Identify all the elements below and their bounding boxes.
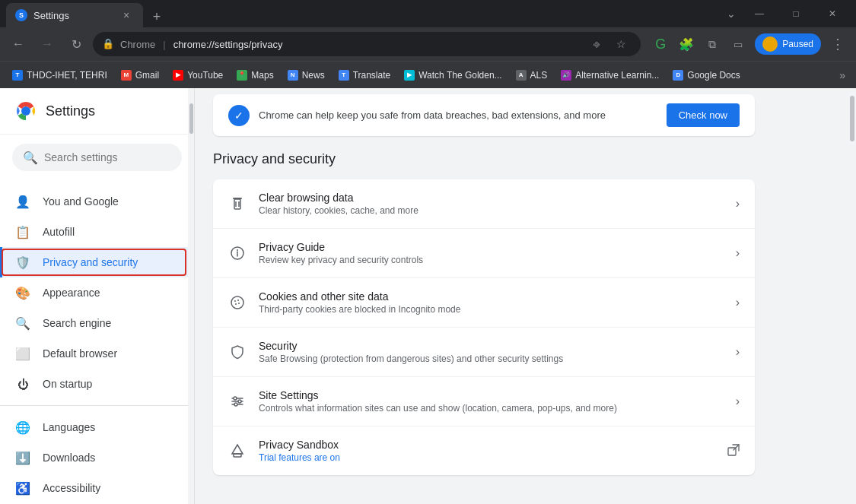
bookmark-maps[interactable]: 📍 Maps	[231, 67, 279, 84]
share-icon[interactable]: ⎆	[586, 33, 607, 55]
content-area: ✓ Chrome can help keep you safe from dat…	[195, 88, 856, 504]
address-right-icons: ⎆ ☆	[586, 33, 632, 55]
sidebar-downloads-label: Downloads	[43, 452, 95, 464]
sidebar-item-default-browser[interactable]: ⬜ Default browser	[0, 338, 194, 369]
settings-row-clear-browsing[interactable]: Clear browsing data Clear history, cooki…	[213, 179, 755, 229]
bookmark-translate[interactable]: T Translate	[333, 67, 397, 84]
more-options-button[interactable]: ⋮	[826, 32, 850, 56]
close-button[interactable]: ✕	[815, 0, 850, 27]
bookmark-thdc[interactable]: T THDC-IHET, TEHRI	[6, 67, 113, 84]
bookmark-als[interactable]: A ALS	[510, 67, 554, 84]
sidebar-item-you-google[interactable]: 👤 You and Google	[0, 186, 194, 217]
site-settings-text: Site Settings Controls what information …	[259, 389, 724, 414]
bookmark-alt-learning-favicon: 🔊	[561, 70, 571, 81]
svg-point-19	[234, 403, 237, 406]
tab-list-icon[interactable]: ⌄	[727, 8, 736, 20]
bookmark-maps-label: Maps	[251, 70, 273, 81]
sidebar-scrollbar[interactable]	[188, 88, 194, 504]
new-tab-button[interactable]: +	[146, 6, 167, 27]
sidebar-item-on-startup[interactable]: ⏻ On startup	[0, 369, 194, 399]
bookmark-alt-learning[interactable]: 🔊 Alternative Learnin...	[555, 67, 665, 84]
privacy-sandbox-external-icon	[727, 444, 740, 458]
cookies-subtitle: Third-party cookies are blocked in Incog…	[259, 304, 724, 315]
minimize-button[interactable]: —	[742, 0, 777, 27]
bookmark-thdc-label: THDC-IHET, TEHRI	[27, 70, 107, 81]
search-input[interactable]	[44, 151, 177, 163]
bookmark-thdc-favicon: T	[12, 70, 23, 81]
search-engine-icon: 🔍	[15, 315, 30, 331]
tab-title: Settings	[33, 10, 113, 21]
settings-tab[interactable]: S Settings ×	[6, 3, 143, 27]
sidebar-item-privacy-security[interactable]: 🛡️ Privacy and security	[0, 247, 194, 277]
nav-divider-1	[0, 405, 194, 406]
sidebar-on-startup-label: On startup	[43, 378, 92, 390]
bookmark-news[interactable]: N News	[282, 67, 331, 84]
section-title: Privacy and security	[213, 145, 755, 167]
security-title: Security	[259, 340, 724, 352]
sidebar-item-autofill[interactable]: 📋 Autofill	[0, 217, 194, 247]
bookmark-youtube-label: YouTube	[187, 70, 223, 81]
bookmark-watch[interactable]: ▶ Watch The Golden...	[398, 67, 508, 84]
clear-browsing-arrow: ›	[736, 197, 740, 211]
content-scrollbar[interactable]	[848, 88, 856, 504]
privacy-guide-icon	[228, 244, 247, 262]
bookmark-maps-favicon: 📍	[237, 70, 247, 81]
settings-row-cookies[interactable]: Cookies and other site data Third-party …	[213, 278, 755, 328]
sidebar-you-google-label: You and Google	[43, 195, 119, 208]
settings-row-privacy-sandbox[interactable]: Privacy Sandbox Trial features are on	[213, 426, 755, 475]
sidebar-nav: 👤 You and Google 📋 Autofill 🛡️ Privacy a…	[0, 180, 194, 504]
tab-close-btn[interactable]: ×	[119, 8, 134, 23]
sidebar-item-languages[interactable]: 🌐 Languages	[0, 412, 194, 442]
clear-browsing-subtitle: Clear history, cookies, cache, and more	[259, 205, 724, 216]
svg-point-9	[231, 296, 243, 309]
back-button[interactable]: ←	[6, 32, 30, 56]
puzzle-icon[interactable]: ⧉	[700, 32, 724, 56]
sidebar-languages-label: Languages	[43, 421, 95, 433]
sidebar-item-accessibility[interactable]: ♿ Accessibility	[0, 473, 194, 503]
bookmark-gdocs[interactable]: D Google Docs	[667, 67, 746, 84]
svg-point-18	[238, 400, 241, 403]
bookmark-news-label: News	[302, 70, 325, 81]
bookmark-star-icon[interactable]: ☆	[610, 33, 632, 55]
accessibility-icon: ♿	[15, 480, 30, 496]
sidebar: Settings 🔍 👤 You and Google 📋 Autofill 🛡…	[0, 88, 195, 504]
security-subtitle: Safe Browsing (protection from dangerous…	[259, 353, 724, 364]
bookmark-youtube[interactable]: ▶ YouTube	[167, 67, 229, 84]
search-bar[interactable]: 🔍	[12, 144, 182, 171]
security-text: Security Safe Browsing (protection from …	[259, 340, 724, 364]
profile-button[interactable]: Paused	[755, 33, 821, 55]
settings-row-privacy-guide[interactable]: Privacy Guide Review key privacy and sec…	[213, 229, 755, 278]
clear-browsing-title: Clear browsing data	[259, 192, 724, 204]
check-now-button[interactable]: Check now	[667, 103, 740, 127]
bookmarks-more-button[interactable]: »	[835, 66, 850, 84]
safety-check-text: Chrome can help keep you safe from data …	[259, 109, 657, 121]
privacy-sandbox-icon	[228, 442, 247, 460]
google-account-icon[interactable]: G	[648, 32, 673, 56]
sidebar-item-appearance[interactable]: 🎨 Appearance	[0, 277, 194, 308]
sidebar-item-search-engine[interactable]: 🔍 Search engine	[0, 308, 194, 338]
address-bar[interactable]: 🔒 Chrome | chrome://settings/privacy ⎆ ☆	[93, 32, 641, 56]
bookmark-watch-favicon: ▶	[404, 70, 415, 81]
clear-browsing-text: Clear browsing data Clear history, cooki…	[259, 192, 724, 216]
tab-area: S Settings × +	[6, 0, 727, 27]
content-scroll-thumb	[850, 96, 854, 141]
cookies-text: Cookies and other site data Third-party …	[259, 290, 724, 315]
security-arrow: ›	[736, 345, 740, 359]
forward-button[interactable]: →	[35, 32, 59, 56]
bookmark-gmail[interactable]: M Gmail	[115, 67, 165, 84]
sidebar-item-downloads[interactable]: ⬇️ Downloads	[0, 442, 194, 473]
cast-icon[interactable]: ▭	[726, 32, 750, 56]
chrome-logo-icon	[15, 100, 37, 122]
bookmark-news-favicon: N	[288, 70, 298, 81]
extensions-icon[interactable]: 🧩	[674, 32, 698, 56]
bookmark-gdocs-favicon: D	[673, 70, 683, 81]
restore-button[interactable]: □	[778, 0, 813, 27]
privacy-sandbox-text: Privacy Sandbox Trial features are on	[259, 439, 715, 463]
site-settings-title: Site Settings	[259, 389, 724, 401]
site-settings-icon	[228, 392, 247, 410]
settings-page-title: Settings	[46, 103, 95, 119]
default-browser-icon: ⬜	[15, 346, 30, 361]
reload-button[interactable]: ↻	[64, 32, 88, 56]
settings-row-site-settings[interactable]: Site Settings Controls what information …	[213, 377, 755, 426]
settings-row-security[interactable]: Security Safe Browsing (protection from …	[213, 328, 755, 377]
